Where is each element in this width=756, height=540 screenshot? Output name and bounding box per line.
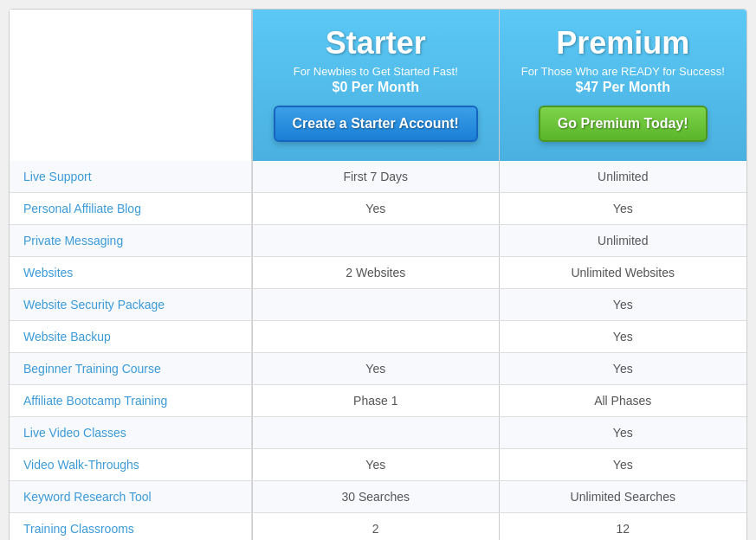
premium-value: Yes [500,417,747,448]
starter-value: Yes [252,193,500,224]
premium-value: Yes [500,449,747,480]
premium-value: Yes [500,353,747,384]
feature-label: Personal Affiliate Blog [10,193,252,224]
pricing-table: Starter For Newbies to Get Started Fast!… [9,9,747,540]
premium-value: Yes [500,321,747,352]
table-row: Websites2 WebsitesUnlimited Websites [10,257,746,289]
features-table: Live SupportFirst 7 DaysUnlimitedPersona… [10,161,746,540]
starter-value [252,225,500,256]
feature-label: Live Support [10,161,252,192]
premium-value: 12 [500,513,747,540]
premium-value: Unlimited [500,225,747,256]
table-row: Personal Affiliate BlogYesYes [10,193,746,225]
header-row: Starter For Newbies to Get Started Fast!… [10,10,746,161]
table-row: Live SupportFirst 7 DaysUnlimited [10,161,746,193]
starter-value: Yes [252,353,500,384]
starter-title: Starter [262,25,490,61]
premium-title: Premium [508,25,739,61]
premium-subtitle: For Those Who are READY for Success! [508,65,739,78]
premium-value: All Phases [500,385,747,416]
starter-value [252,417,500,448]
starter-value: First 7 Days [252,161,500,192]
table-row: Affiliate Bootcamp TrainingPhase 1All Ph… [10,385,746,417]
feature-label: Affiliate Bootcamp Training [10,385,252,416]
premium-header: Premium For Those Who are READY for Succ… [500,10,747,161]
premium-price: $47 Per Month [508,80,739,95]
starter-value: Phase 1 [252,385,500,416]
starter-price: $0 Per Month [262,80,490,95]
premium-value: Unlimited Websites [500,257,747,288]
starter-value [252,289,500,320]
starter-value: 2 Websites [252,257,500,288]
starter-subtitle: For Newbies to Get Started Fast! [262,65,490,78]
premium-value: Unlimited Searches [500,481,747,512]
feature-label: Training Classrooms [10,513,252,540]
feature-label: Private Messaging [10,225,252,256]
premium-value: Yes [500,289,747,320]
table-row: Website Security PackageYes [10,289,746,321]
starter-header: Starter For Newbies to Get Started Fast!… [252,10,500,161]
feature-label: Websites [10,257,252,288]
premium-value: Yes [500,193,747,224]
premium-value: Unlimited [500,161,747,192]
feature-label: Website Security Package [10,289,252,320]
starter-value: 30 Searches [252,481,500,512]
table-row: Website BackupYes [10,321,746,353]
feature-label: Website Backup [10,321,252,352]
starter-cta-button[interactable]: Create a Starter Account! [274,106,478,142]
table-row: Training Classrooms212 [10,513,746,540]
table-row: Live Video ClassesYes [10,417,746,449]
starter-value: 2 [252,513,500,540]
premium-cta-button[interactable]: Go Premium Today! [539,106,708,142]
table-row: Beginner Training CourseYesYes [10,353,746,385]
table-row: Video Walk-ThroughsYesYes [10,449,746,481]
starter-value: Yes [252,449,500,480]
starter-value [252,321,500,352]
table-row: Keyword Research Tool30 SearchesUnlimite… [10,481,746,513]
header-empty [10,10,252,161]
feature-label: Beginner Training Course [10,353,252,384]
feature-label: Keyword Research Tool [10,481,252,512]
table-row: Private MessagingUnlimited [10,225,746,257]
feature-label: Video Walk-Throughs [10,449,252,480]
feature-label: Live Video Classes [10,417,252,448]
